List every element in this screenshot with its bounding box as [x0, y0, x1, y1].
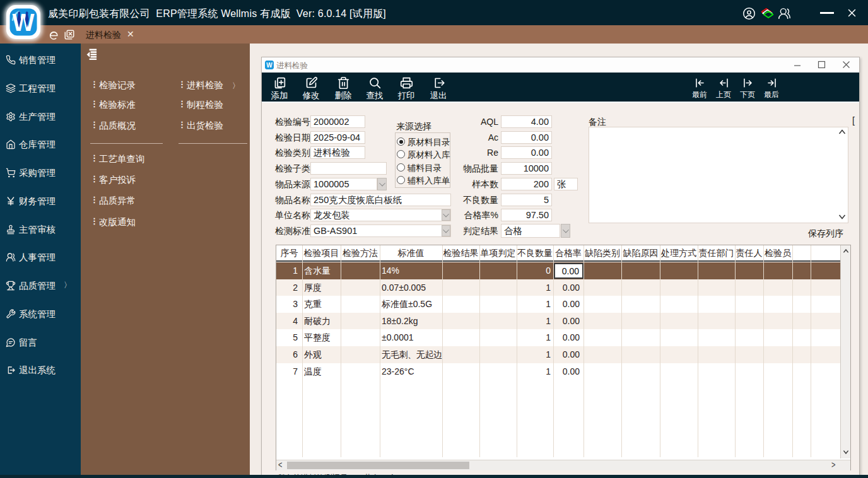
svg-text:W: W [266, 62, 273, 69]
svg-text:W: W [13, 9, 35, 36]
